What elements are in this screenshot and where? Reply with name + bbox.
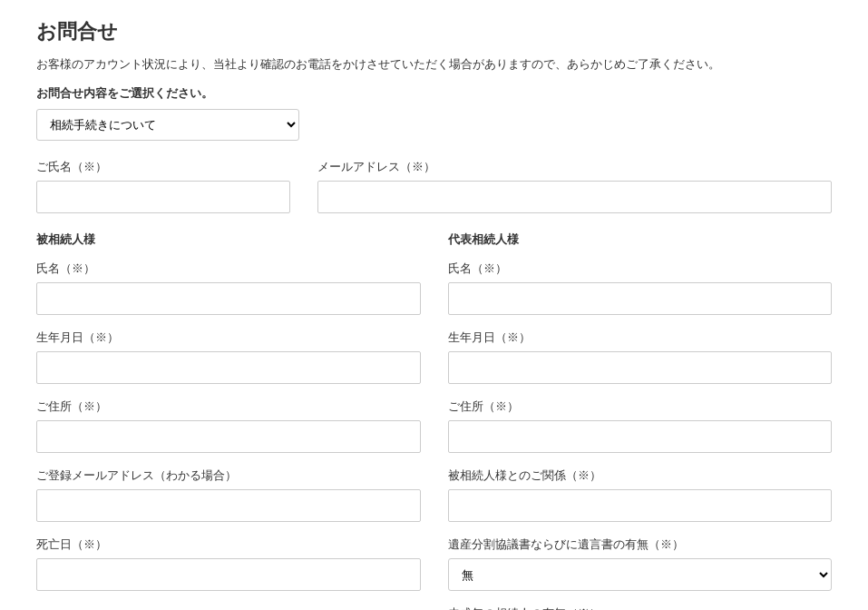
page-title: お問合せ	[36, 18, 832, 45]
rep-relation-input[interactable]	[448, 489, 833, 522]
inheritance-doc-label: 遺産分割協議書ならびに遺言書の有無（※）	[448, 536, 833, 553]
deceased-death-date-label: 死亡日（※）	[36, 536, 421, 553]
deceased-dob-input[interactable]	[36, 351, 421, 384]
deceased-name-label: 氏名（※）	[36, 261, 421, 277]
email-label: メールアドレス（※）	[317, 159, 832, 175]
rep-relation-label: 被相続人様とのご関係（※）	[448, 467, 833, 484]
deceased-address-label: ご住所（※）	[36, 398, 421, 415]
deceased-section-title: 被相続人様	[36, 231, 421, 248]
name-input[interactable]	[36, 181, 290, 213]
rep-dob-input[interactable]	[448, 351, 833, 384]
deceased-address-input[interactable]	[36, 420, 421, 453]
inquiry-select-label: お問合せ内容をご選択ください。	[36, 85, 832, 102]
rep-address-label: ご住所（※）	[448, 398, 833, 415]
deceased-email-label: ご登録メールアドレス（わかる場合）	[36, 467, 421, 484]
minor-heir-label: 未成年の相続人の有無（※）	[448, 605, 833, 610]
deceased-name-input[interactable]	[36, 282, 421, 315]
name-label: ご氏名（※）	[36, 159, 290, 175]
inheritance-doc-select[interactable]: 無 有	[448, 558, 833, 591]
deceased-dob-label: 生年月日（※）	[36, 330, 421, 346]
email-input[interactable]	[317, 181, 832, 213]
representative-section-title: 代表相続人様	[448, 231, 833, 248]
deceased-email-input[interactable]	[36, 489, 421, 522]
rep-address-input[interactable]	[448, 420, 833, 453]
rep-name-input[interactable]	[448, 282, 833, 315]
inquiry-type-select[interactable]: 相続手続きについて その他	[36, 109, 299, 141]
rep-name-label: 氏名（※）	[448, 261, 833, 277]
deceased-death-date-input[interactable]	[36, 558, 421, 591]
page-description: お客様のアカウント状況により、当社より確認のお電話をかけさせていただく場合があり…	[36, 56, 832, 73]
rep-dob-label: 生年月日（※）	[448, 330, 833, 346]
